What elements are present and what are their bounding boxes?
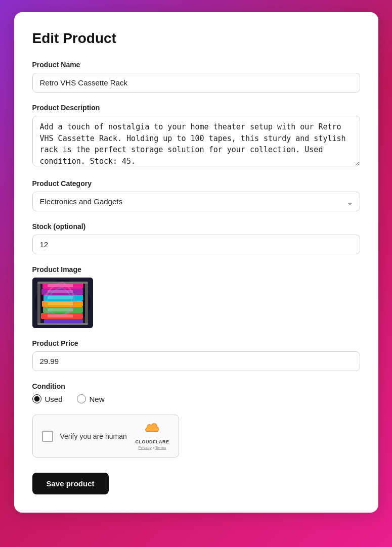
- condition-label: Condition: [32, 382, 360, 390]
- condition-radio-group: Used New: [32, 394, 360, 403]
- product-name-label: Product Name: [32, 61, 360, 69]
- captcha-privacy-link[interactable]: Privacy: [138, 445, 151, 450]
- condition-new-radio[interactable]: [77, 394, 86, 403]
- svg-rect-9: [37, 282, 40, 325]
- product-image-label: Product Image: [32, 265, 360, 274]
- condition-used-label: Used: [45, 395, 63, 403]
- edit-product-card: Edit Product Product Name Product Descri…: [14, 12, 378, 513]
- product-image: [32, 278, 93, 328]
- product-category-label: Product Category: [32, 179, 360, 188]
- page-title: Edit Product: [32, 30, 360, 47]
- captcha-separator: •: [153, 445, 154, 450]
- condition-new-option[interactable]: New: [77, 394, 105, 403]
- captcha-brand-label: CLOUDFLARE: [136, 439, 169, 444]
- product-description-label: Product Description: [32, 104, 360, 112]
- cloudflare-cloud-icon: [143, 423, 162, 435]
- captcha-links: Privacy • Terms: [138, 445, 166, 450]
- captcha-checkbox[interactable]: [42, 431, 53, 442]
- product-description-input[interactable]: Add a touch of nostalgia to your home th…: [32, 116, 360, 166]
- stock-input[interactable]: [32, 235, 360, 254]
- svg-rect-16: [48, 302, 73, 305]
- svg-rect-13: [48, 284, 73, 287]
- captcha-field: Verify you are human CLOUDFLARE Privacy …: [32, 415, 360, 458]
- svg-rect-12: [37, 323, 88, 325]
- product-name-field: Product Name: [32, 61, 360, 93]
- product-price-field: Product Price: [32, 339, 360, 371]
- product-category-field: Product Category Electronics and Gadgets…: [32, 179, 360, 211]
- captcha-text: Verify you are human: [60, 432, 128, 440]
- product-description-field: Product Description Add a touch of nosta…: [32, 104, 360, 168]
- captcha-box[interactable]: Verify you are human CLOUDFLARE Privacy …: [32, 415, 179, 458]
- condition-new-label: New: [90, 395, 105, 403]
- product-image-preview: [32, 278, 93, 328]
- stock-label: Stock (optional): [32, 222, 360, 231]
- condition-used-option[interactable]: Used: [32, 394, 63, 403]
- product-category-wrapper: Electronics and Gadgets Home & Garden Sp…: [32, 192, 360, 211]
- condition-used-radio[interactable]: [32, 394, 41, 403]
- svg-rect-15: [48, 296, 73, 299]
- captcha-logo: CLOUDFLARE Privacy • Terms: [136, 422, 169, 450]
- svg-rect-10: [85, 282, 88, 325]
- product-image-field: Product Image: [32, 265, 360, 328]
- product-price-label: Product Price: [32, 339, 360, 347]
- stock-field: Stock (optional): [32, 222, 360, 254]
- product-price-input[interactable]: [32, 351, 360, 371]
- product-category-select[interactable]: Electronics and Gadgets Home & Garden Sp…: [32, 192, 360, 211]
- cloudflare-icon: [143, 422, 162, 438]
- save-product-button[interactable]: Save product: [32, 473, 109, 494]
- condition-field: Condition Used New: [32, 382, 360, 403]
- product-name-input[interactable]: [32, 73, 360, 93]
- captcha-terms-link[interactable]: Terms: [155, 445, 166, 450]
- svg-rect-14: [48, 290, 73, 293]
